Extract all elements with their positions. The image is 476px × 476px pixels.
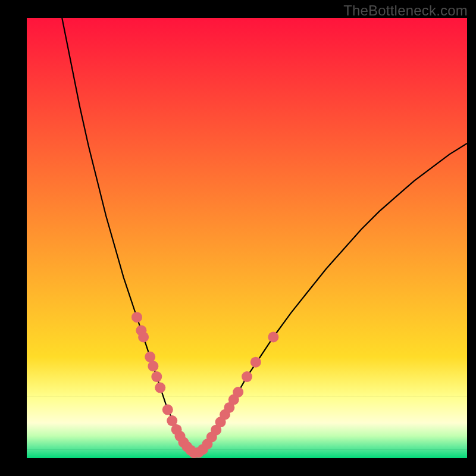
marker-point [250,357,261,368]
marker-point [242,371,252,382]
chart-svg [27,18,467,458]
marker-point [162,405,173,415]
marker-point [145,352,155,362]
chart-frame: TheBottleneck.com [0,0,476,476]
svg-rect-4 [27,436,467,450]
marker-point [138,332,149,343]
marker-point [151,371,162,382]
svg-rect-3 [27,423,467,437]
marker-point [233,387,243,397]
marker-point [155,383,165,393]
watermark-text: TheBottleneck.com [343,2,468,19]
marker-point [268,332,278,343]
plot-area [27,18,467,458]
svg-rect-5 [27,449,467,458]
svg-rect-0 [27,18,467,357]
svg-rect-2 [27,396,467,423]
marker-point [148,361,158,371]
marker-point [131,312,142,322]
